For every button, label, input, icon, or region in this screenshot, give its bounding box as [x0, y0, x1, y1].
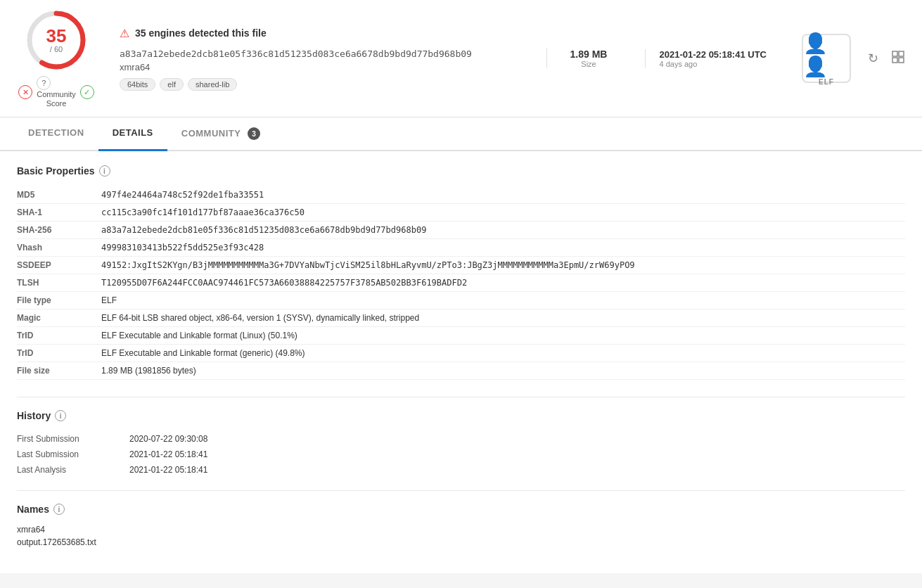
name-item: output.172653685.txt [17, 537, 905, 547]
alert-text: 35 engines detected this file [135, 27, 267, 39]
community-score-label: CommunityScore [37, 90, 76, 108]
names-section: Names i xmra64 output.172653685.txt [17, 504, 905, 547]
community-badge: 3 [248, 127, 260, 140]
tag-shared-lib: shared-lib [188, 78, 237, 91]
table-row: TLSH T120955D07F6A244FCC0AAC974461FC573A… [17, 274, 905, 292]
file-date-meta: 2021-01-22 05:18:41 UTC 4 days ago [645, 49, 781, 68]
score-number: 35 [46, 27, 67, 45]
history-info-icon[interactable]: i [55, 410, 66, 421]
community-score-info[interactable]: ? [37, 76, 51, 90]
history-title: History i [17, 410, 905, 421]
alert-icon: ⚠ [120, 27, 129, 40]
file-filename: xmra64 [120, 62, 525, 72]
file-type-label: ELF [819, 78, 834, 86]
tab-community[interactable]: COMMUNITY 3 [167, 117, 275, 150]
table-row: MD5 497f4e24464a748c52f92de1fba33551 [17, 186, 905, 204]
file-type-icon: 👤👤 ELF [802, 34, 851, 83]
section-divider-2 [17, 490, 905, 491]
table-row: First Submission 2020-07-22 09:30:08 [17, 431, 905, 447]
content-area: Basic Properties i MD5 497f4e24464a748c5… [0, 151, 922, 573]
size-value: 1.89 MB [570, 49, 608, 60]
table-row: Last Analysis 2021-01-22 05:18:41 [17, 462, 905, 478]
basic-properties-info-icon[interactable]: i [99, 165, 110, 177]
tag-elf: elf [160, 78, 184, 91]
svg-rect-3 [899, 51, 904, 56]
names-info-icon[interactable]: i [53, 504, 65, 515]
file-hash: a83a7a12ebede2dcb81e05f336c81d51235d083c… [120, 49, 525, 59]
basic-properties-section: Basic Properties i MD5 497f4e24464a748c5… [17, 165, 905, 380]
table-row: File type ELF [17, 292, 905, 309]
history-section: History i First Submission 2020-07-22 09… [17, 410, 905, 478]
file-size-meta: 1.89 MB Size [546, 49, 631, 68]
svg-rect-2 [892, 51, 897, 56]
names-list: xmra64 output.172653685.txt [17, 525, 905, 547]
vote-malicious-button[interactable]: ✕ [18, 85, 32, 99]
table-row: TrID ELF Executable and Linkable format … [17, 327, 905, 345]
grid-button[interactable] [888, 47, 908, 70]
refresh-button[interactable]: ↻ [865, 48, 881, 69]
tag-64bits: 64bits [120, 78, 155, 91]
table-row: SHA-1 cc115c3a90fc14f101d177bf87aaae36ca… [17, 204, 905, 222]
table-row: File size 1.89 MB (1981856 bytes) [17, 362, 905, 380]
tags-container: 64bits elf shared-lib [120, 78, 525, 91]
name-item: xmra64 [17, 525, 905, 535]
table-row: SSDEEP 49152:JxgItS2KYgn/B3jMMMMMMMMMMMa… [17, 257, 905, 274]
alert-row: ⚠ 35 engines detected this file [120, 27, 525, 40]
table-row: TrID ELF Executable and Linkable format … [17, 345, 905, 362]
toolbar-right: ↻ [865, 47, 908, 70]
size-label: Size [581, 60, 596, 68]
date-value: 2021-01-22 05:18:41 UTC [660, 49, 767, 60]
table-row: SHA-256 a83a7a12ebede2dcb81e05f336c81d51… [17, 222, 905, 239]
history-table: First Submission 2020-07-22 09:30:08 Las… [17, 431, 905, 478]
svg-rect-5 [899, 58, 904, 63]
score-circle: 35 / 60 [25, 8, 88, 72]
tab-detection[interactable]: DETECTION [14, 117, 98, 150]
tabs-bar: DETECTION DETAILS COMMUNITY 3 [0, 117, 922, 151]
basic-properties-title: Basic Properties i [17, 165, 905, 177]
properties-table: MD5 497f4e24464a748c52f92de1fba33551 SHA… [17, 186, 905, 380]
section-divider [17, 397, 905, 397]
top-bar: 35 / 60 ✕ ? CommunityScore ✓ ⚠ 35 engine… [0, 0, 922, 117]
table-row: Magic ELF 64-bit LSB shared object, x86-… [17, 309, 905, 327]
vote-clean-button[interactable]: ✓ [80, 85, 94, 99]
table-row: Last Submission 2021-01-22 05:18:41 [17, 447, 905, 462]
file-icon-person: 👤👤 [803, 32, 850, 78]
score-section: 35 / 60 ✕ ? CommunityScore ✓ [14, 8, 98, 108]
svg-rect-4 [892, 58, 897, 63]
tab-details[interactable]: DETAILS [98, 117, 167, 150]
file-info: ⚠ 35 engines detected this file a83a7a12… [113, 27, 532, 91]
names-title: Names i [17, 504, 905, 515]
date-label: 4 days ago [660, 60, 767, 68]
table-row: Vhash 499983103413b522f5dd525e3f93c428 [17, 239, 905, 257]
